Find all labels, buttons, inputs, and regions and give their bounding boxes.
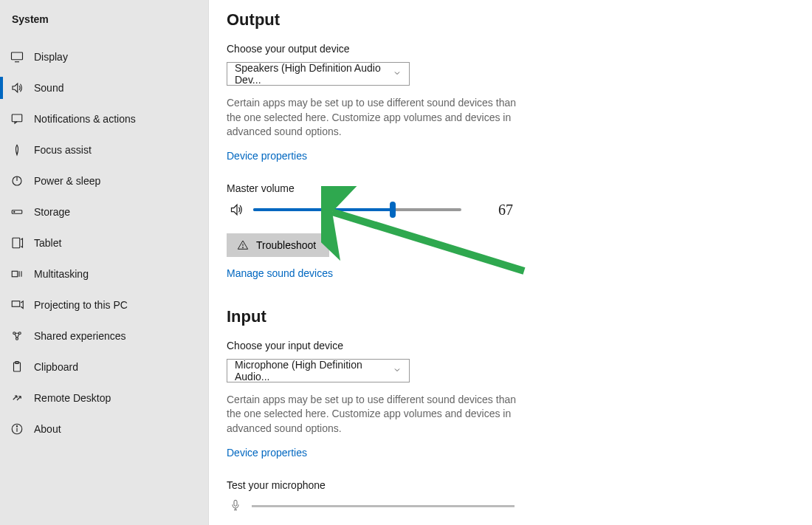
storage-icon <box>10 205 24 219</box>
sidebar-item-label: Multitasking <box>34 268 89 280</box>
svg-point-20 <box>16 426 17 427</box>
about-icon <box>10 422 24 436</box>
microphone-icon <box>230 498 241 514</box>
master-volume-label: Master volume <box>227 182 812 194</box>
svg-rect-24 <box>234 500 237 506</box>
sidebar-item-label: Sound <box>34 82 63 94</box>
svg-rect-3 <box>12 114 22 122</box>
sidebar-item-focus-assist[interactable]: Focus assist <box>0 134 208 165</box>
projecting-icon <box>10 298 24 312</box>
input-section-title: Input <box>227 307 812 326</box>
slider-thumb[interactable] <box>390 202 396 218</box>
choose-output-label: Choose your output device <box>227 43 812 55</box>
output-note: Certain apps may be set up to use differ… <box>227 96 522 140</box>
warning-icon <box>237 239 249 251</box>
svg-marker-2 <box>13 83 18 92</box>
sidebar-item-multitasking[interactable]: Multitasking <box>0 258 208 289</box>
svg-point-7 <box>14 211 15 212</box>
svg-point-14 <box>18 332 21 334</box>
sidebar-item-about[interactable]: About <box>0 414 208 445</box>
sidebar-header: System <box>0 13 208 41</box>
sidebar-item-label: Shared experiences <box>34 330 126 342</box>
remote-desktop-icon <box>10 391 24 405</box>
input-device-select[interactable]: Microphone (High Definition Audio... <box>227 359 410 382</box>
input-device-value: Microphone (High Definition Audio... <box>235 359 393 382</box>
sidebar-item-display[interactable]: Display <box>0 41 208 72</box>
svg-rect-9 <box>12 271 18 277</box>
chevron-down-icon <box>393 68 402 80</box>
sidebar-item-clipboard[interactable]: Clipboard <box>0 351 208 382</box>
sidebar-item-storage[interactable]: Storage <box>0 196 208 227</box>
focus-assist-icon <box>10 143 24 157</box>
sidebar-item-label: Power & sleep <box>34 175 100 187</box>
sidebar-item-projecting[interactable]: Projecting to this PC <box>0 289 208 320</box>
svg-marker-21 <box>232 205 238 215</box>
svg-point-23 <box>242 247 243 248</box>
sound-icon <box>10 81 24 95</box>
svg-point-15 <box>16 337 18 340</box>
svg-point-13 <box>13 332 16 334</box>
display-icon <box>10 50 24 64</box>
volume-icon[interactable] <box>230 202 244 217</box>
sidebar-item-tablet[interactable]: Tablet <box>0 227 208 258</box>
system-sidebar: System Display Sound Notifications & act… <box>0 0 209 525</box>
sidebar-item-label: Remote Desktop <box>34 392 111 404</box>
master-volume-slider[interactable] <box>253 208 461 211</box>
output-troubleshoot-button[interactable]: Troubleshoot <box>227 233 329 257</box>
clipboard-icon <box>10 360 24 374</box>
input-note: Certain apps may be set up to use differ… <box>227 393 522 436</box>
sidebar-item-label: Notifications & actions <box>34 113 136 125</box>
svg-rect-8 <box>13 238 20 248</box>
sidebar-item-label: Clipboard <box>34 361 78 373</box>
sound-settings-content: Output Choose your output device Speaker… <box>209 0 812 525</box>
sidebar-item-label: Tablet <box>34 237 61 249</box>
sidebar-item-sound[interactable]: Sound <box>0 72 208 103</box>
sidebar-item-label: Projecting to this PC <box>34 299 128 311</box>
slider-fill <box>253 208 393 211</box>
sidebar-item-notifications[interactable]: Notifications & actions <box>0 103 208 134</box>
output-device-value: Speakers (High Definition Audio Dev... <box>235 62 393 86</box>
multitasking-icon <box>10 267 24 281</box>
sidebar-item-label: About <box>34 423 61 435</box>
chevron-down-icon <box>393 365 402 377</box>
power-icon <box>10 174 24 188</box>
notifications-icon <box>10 112 24 126</box>
master-volume-value: 67 <box>498 202 513 219</box>
sidebar-item-label: Focus assist <box>34 144 92 156</box>
svg-rect-12 <box>12 301 20 307</box>
output-device-properties-link[interactable]: Device properties <box>227 150 307 162</box>
tablet-icon <box>10 236 24 250</box>
sidebar-item-label: Storage <box>34 206 70 218</box>
test-mic-label: Test your microphone <box>227 479 812 491</box>
input-device-properties-link[interactable]: Device properties <box>227 447 307 459</box>
svg-rect-0 <box>12 52 23 60</box>
shared-experiences-icon <box>10 329 24 343</box>
output-device-select[interactable]: Speakers (High Definition Audio Dev... <box>227 62 410 86</box>
sidebar-item-power-sleep[interactable]: Power & sleep <box>0 165 208 196</box>
output-section-title: Output <box>227 10 812 30</box>
output-manage-devices-link[interactable]: Manage sound devices <box>227 267 333 279</box>
sidebar-item-remote-desktop[interactable]: Remote Desktop <box>0 382 208 414</box>
choose-input-label: Choose your input device <box>227 340 812 351</box>
sidebar-item-label: Display <box>34 51 68 63</box>
sidebar-item-shared-experiences[interactable]: Shared experiences <box>0 320 208 351</box>
troubleshoot-label: Troubleshoot <box>256 239 316 251</box>
mic-level-meter <box>252 505 515 507</box>
